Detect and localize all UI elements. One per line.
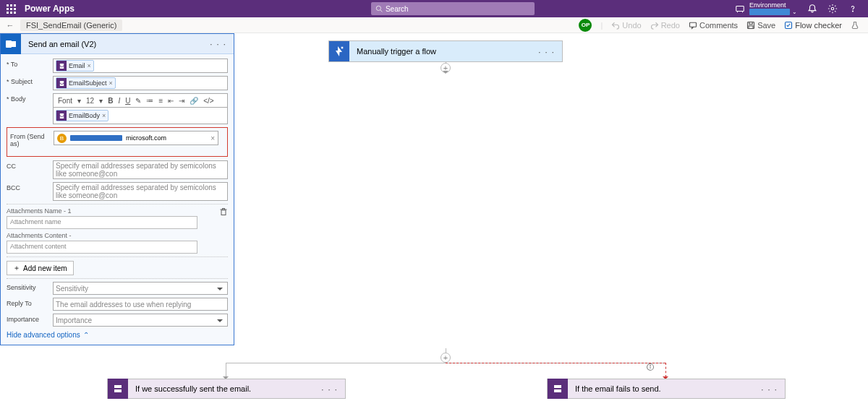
- svg-line-1: [380, 10, 383, 12]
- search-input[interactable]: Search: [371, 2, 535, 15]
- global-header: Power Apps Search Environment ⌄: [0, 0, 868, 17]
- font-selector[interactable]: Font: [58, 97, 72, 105]
- trigger-menu[interactable]: · · ·: [538, 46, 555, 57]
- command-bar: ← FSI_SendEmail (Generic) OP | Undo Redo…: [0, 17, 868, 33]
- back-button[interactable]: ←: [0, 21, 20, 30]
- to-label: To: [11, 61, 18, 68]
- remove-token-icon[interactable]: ×: [109, 79, 113, 87]
- indent-button[interactable]: ⇥: [179, 97, 184, 105]
- svg-rect-20: [114, 389, 122, 392]
- clear-format-button[interactable]: ✎: [135, 97, 141, 105]
- add-attachment-button[interactable]: ＋Add new item: [7, 261, 74, 275]
- settings-icon[interactable]: [827, 4, 838, 14]
- svg-point-12: [341, 46, 344, 49]
- environment-label: Environment: [749, 2, 797, 9]
- divider: [7, 278, 228, 279]
- svg-rect-15: [221, 210, 226, 215]
- user-presence-badge[interactable]: OP: [579, 19, 592, 32]
- action-menu[interactable]: · · ·: [210, 38, 226, 49]
- subject-label: Subject: [11, 78, 33, 85]
- underline-button[interactable]: U: [125, 97, 130, 105]
- divider: [7, 204, 228, 204]
- subject-field[interactable]: EmailSubject×: [53, 76, 228, 90]
- cc-label: CC: [7, 160, 53, 170]
- search-placeholder: Search: [386, 5, 409, 13]
- bcc-label: BCC: [7, 182, 53, 191]
- attachment-content-label: Attachments Content -: [7, 232, 228, 239]
- svg-rect-22: [554, 389, 561, 392]
- italic-button[interactable]: I: [118, 97, 120, 105]
- token-subject[interactable]: EmailSubject×: [56, 77, 116, 89]
- environment-picker[interactable]: Environment ⌄: [735, 2, 797, 15]
- svg-rect-10: [749, 25, 753, 28]
- outdent-button[interactable]: ⇤: [168, 97, 174, 105]
- environment-name-masked: [749, 9, 790, 15]
- test-button[interactable]: [851, 21, 859, 30]
- token-body[interactable]: EmailBody×: [56, 110, 109, 121]
- svg-rect-19: [114, 385, 122, 388]
- cc-field[interactable]: Specify email addresses separated by sem…: [53, 160, 228, 179]
- bcc-field[interactable]: Specify email addresses separated by sem…: [53, 182, 228, 201]
- designer-canvas[interactable]: + Manually trigger a flow · · · Send an …: [0, 33, 868, 401]
- svg-rect-21: [554, 385, 561, 388]
- action-title: Send an email (V2): [28, 40, 96, 48]
- svg-point-5: [831, 7, 834, 10]
- body-field[interactable]: EmailBody×: [53, 108, 228, 124]
- from-address-masked: [70, 135, 122, 141]
- delete-attachment-button[interactable]: [219, 206, 228, 219]
- remove-token-icon[interactable]: ×: [102, 112, 106, 119]
- comments-button[interactable]: Comments: [689, 21, 738, 30]
- flow-name-breadcrumb[interactable]: FSI_SendEmail (Generic): [20, 20, 122, 31]
- chevron-up-icon: ⌃: [83, 331, 89, 339]
- to-field[interactable]: Email×: [53, 59, 228, 73]
- from-field[interactable]: B microsoft.com ×: [54, 131, 218, 145]
- remove-from-icon[interactable]: ×: [210, 134, 215, 142]
- attachment-name-field[interactable]: Attachment name: [7, 216, 197, 229]
- search-icon: [375, 5, 383, 12]
- connector-line-fail: [446, 363, 665, 363]
- reply-to-field[interactable]: The email addresses to use when replying: [53, 298, 228, 311]
- rich-text-toolbar[interactable]: Font▾ 12▾ B I U ✎ ≔ ≡ ⇤ ⇥ 🔗 </>: [53, 93, 228, 108]
- undo-button[interactable]: Undo: [611, 21, 641, 30]
- link-button[interactable]: 🔗: [190, 97, 198, 105]
- body-label: Body: [11, 95, 26, 103]
- bold-button[interactable]: B: [108, 97, 113, 105]
- connector-line: [226, 363, 226, 377]
- remove-token-icon[interactable]: ×: [88, 62, 91, 69]
- fail-branch-title: If the email fails to send.: [575, 384, 661, 393]
- redo-button[interactable]: Redo: [650, 21, 680, 30]
- attachment-content-field[interactable]: Attachment content: [7, 241, 197, 254]
- info-icon[interactable]: [646, 361, 655, 374]
- svg-rect-2: [736, 7, 744, 12]
- branch-menu[interactable]: · · ·: [321, 384, 338, 394]
- sensitivity-label: Sensitivity: [7, 282, 53, 291]
- flow-checker-button[interactable]: Flow checker: [784, 21, 842, 30]
- help-icon[interactable]: [848, 4, 858, 14]
- notifications-icon[interactable]: [807, 4, 817, 14]
- hide-advanced-toggle[interactable]: Hide advanced options⌃: [7, 331, 228, 339]
- svg-point-6: [852, 11, 853, 12]
- chevron-down-icon: ⌄: [792, 9, 797, 15]
- reply-to-label: Reply To: [7, 298, 53, 307]
- environment-icon: [735, 4, 745, 14]
- from-domain: microsoft.com: [126, 134, 166, 142]
- success-branch-card[interactable]: If we successfully sent the email. · · ·: [107, 379, 346, 399]
- branch-menu[interactable]: · · ·: [761, 384, 778, 394]
- token-email[interactable]: Email×: [56, 60, 94, 72]
- font-size-selector[interactable]: 12: [86, 97, 94, 105]
- add-step-button[interactable]: +: [441, 353, 451, 363]
- bullet-list-button[interactable]: ≔: [146, 97, 153, 105]
- svg-point-18: [650, 365, 651, 366]
- svg-rect-9: [749, 22, 753, 24]
- sensitivity-dropdown[interactable]: Sensitivity: [53, 282, 228, 295]
- trigger-card[interactable]: Manually trigger a flow · · ·: [328, 40, 563, 62]
- from-label: From (Send as): [10, 131, 54, 147]
- importance-dropdown[interactable]: Importance: [53, 314, 228, 327]
- from-avatar: B: [57, 134, 67, 143]
- send-email-action-card[interactable]: Send an email (V2) · · · * To Email× * S…: [0, 33, 234, 345]
- number-list-button[interactable]: ≡: [158, 97, 163, 105]
- code-view-button[interactable]: </>: [203, 97, 213, 105]
- app-launcher-icon[interactable]: [0, 4, 22, 14]
- save-button[interactable]: Save: [746, 21, 775, 30]
- fail-branch-card[interactable]: If the email fails to send. · · ·: [547, 379, 786, 399]
